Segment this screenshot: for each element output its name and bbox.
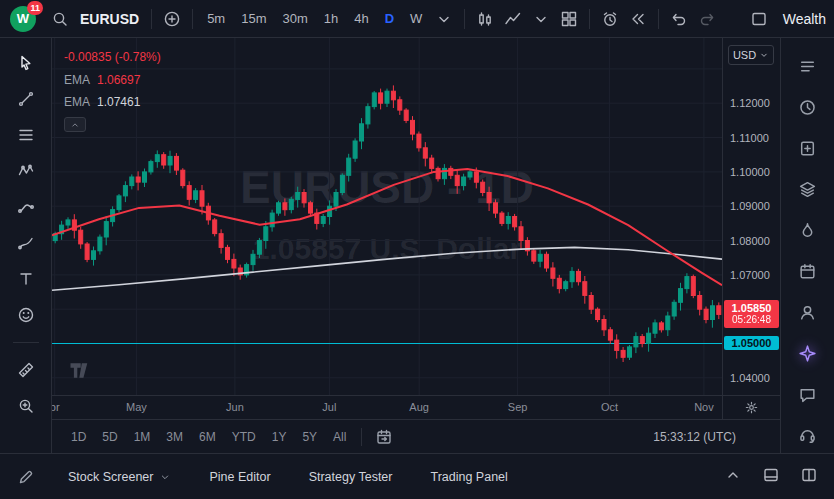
sidebar-chat[interactable] [794,380,822,408]
search-icon [51,10,69,28]
timeframe-30m[interactable]: 30m [274,7,315,30]
go-to-date-button[interactable] [370,424,398,450]
tab-pine-editor[interactable]: Pine Editor [209,470,270,484]
quick-edit-button[interactable] [0,454,52,499]
sidebar-journal[interactable] [794,134,822,162]
clock-utc[interactable]: 15:33:12 (UTC) [653,430,736,444]
range-1y[interactable]: 1Y [265,426,294,448]
notification-badge: 11 [27,1,43,15]
bottom-panel-actions [724,466,834,487]
range-1m[interactable]: 1M [127,426,158,448]
chart-settings-button[interactable] [722,396,780,419]
price-tick: 1.12000 [730,97,770,109]
range-6m[interactable]: 6M [192,426,223,448]
timeframe-4h[interactable]: 4h [346,7,376,30]
chart-style-menu-button[interactable] [527,6,555,32]
layout-grid-button[interactable] [555,6,583,32]
chart-style-button[interactable] [499,6,527,32]
range-ytd[interactable]: YTD [225,426,263,448]
tab-label: Strategy Tester [309,470,393,484]
range-5y[interactable]: 5Y [295,426,324,448]
price-axis[interactable]: USD 1.120001.110001.100001.090001.080001… [722,38,780,395]
tool-brush[interactable] [11,228,41,258]
timeframe-menu-button[interactable] [430,6,458,32]
tab-stock-screener[interactable]: Stock Screener [68,470,171,484]
symbol-name[interactable]: EURUSD [74,7,145,31]
ai-star-icon [798,344,817,363]
sidebar-hotlists[interactable] [794,216,822,244]
calendar-go-icon [375,428,393,446]
separator [464,9,465,29]
timeframe-1h[interactable]: 1h [316,7,346,30]
time-axis-row: prMayJunJulAugSepOctNov [52,395,780,419]
tool-emoji[interactable] [11,300,41,330]
tab-label: Trading Panel [430,470,507,484]
tool-forecast[interactable] [11,192,41,222]
sidebar-alerts[interactable] [794,93,822,121]
panel-grid-button[interactable] [800,466,818,487]
sidebar-calendar[interactable] [794,257,822,285]
time-axis[interactable]: prMayJunJulAugSepOctNov [52,396,722,419]
price-tick: 1.10000 [730,166,770,178]
tool-trendline[interactable] [11,84,41,114]
tool-zoom[interactable] [11,391,41,421]
pencil-icon [17,468,35,486]
month-label: Nov [694,401,714,413]
rewind-icon [629,10,647,28]
range-all[interactable]: All [326,426,353,448]
indicator-row[interactable]: EMA1.07461 [64,95,161,109]
tool-text[interactable] [11,264,41,294]
tool-ruler[interactable] [11,355,41,385]
symbol-search-button[interactable] [46,6,74,32]
last-price-label: 1.05850 05:26:48 [724,300,779,328]
currency-dropdown[interactable]: USD [728,45,774,65]
chart-legend: -0.00835 (-0.78%) EMA1.06697EMA1.07461 [64,50,161,132]
tool-fib[interactable] [11,120,41,150]
redo-button[interactable] [693,6,721,32]
redo-icon [698,10,716,28]
chevron-up-button[interactable] [724,466,742,487]
legend-collapse-button[interactable] [64,117,86,132]
sidebar-community[interactable] [794,298,822,326]
indicator-row[interactable]: EMA1.06697 [64,73,161,87]
panel-restore-icon [762,466,780,484]
chart-type-candles-button[interactable] [471,6,499,32]
tab-strategy-tester[interactable]: Strategy Tester [309,470,393,484]
right-sidebar [780,38,834,453]
month-label: Jul [322,401,336,413]
price-tick: 1.09000 [730,200,770,212]
range-1d[interactable]: 1D [64,426,93,448]
timeframe-w[interactable]: W [402,7,430,30]
replay-button[interactable] [624,6,652,32]
app-logo[interactable]: W 11 [10,6,36,32]
timeframe-15m[interactable]: 15m [233,7,274,30]
tool-pattern[interactable] [11,156,41,186]
tab-trading-panel[interactable]: Trading Panel [430,470,507,484]
sidebar-support[interactable] [794,421,822,449]
timeframe-d[interactable]: D [377,7,402,30]
sidebar-watchlist[interactable] [794,52,822,80]
sidebar-layers[interactable] [794,175,822,203]
timeframe-group: 5m15m30m1h4hDW [199,7,430,30]
range-3m[interactable]: 3M [159,426,190,448]
fullscreen-button[interactable] [745,6,773,32]
price-tick: 1.08000 [730,235,770,247]
tradingview-logo[interactable] [66,362,92,383]
layers-icon [798,180,817,199]
range-5d[interactable]: 5D [95,426,124,448]
level-price-label: 1.05000 [724,336,779,350]
forecast-icon [17,198,35,216]
price-tick: 1.04000 [730,372,770,384]
alert-button[interactable] [596,6,624,32]
add-symbol-button[interactable] [158,6,186,32]
sidebar-ai-tools[interactable] [794,339,822,367]
trading-app: W 11 EURUSD 5m15m30m1h4hDW Wealth EURUSD… [0,0,834,499]
timeframe-5m[interactable]: 5m [199,7,233,30]
community-icon [798,303,817,322]
undo-icon [670,10,688,28]
undo-button[interactable] [665,6,693,32]
panel-restore-button[interactable] [762,466,780,487]
square-icon [750,10,768,28]
tool-cursor[interactable] [11,48,41,78]
drawing-toolbar [0,38,52,453]
